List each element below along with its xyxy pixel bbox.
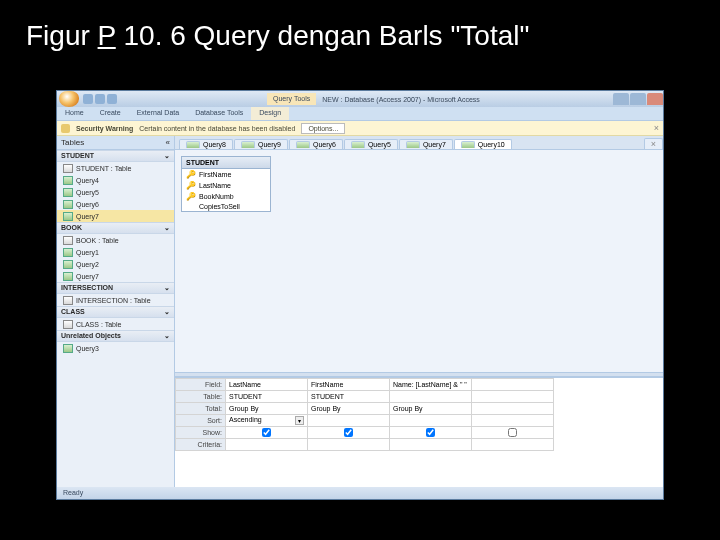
close-button[interactable] <box>647 93 663 105</box>
nav-group-header[interactable]: BOOK⌄ <box>57 222 174 234</box>
grid-cell[interactable] <box>472 415 554 427</box>
nav-item[interactable]: Query3 <box>57 342 174 354</box>
ribbon-tabs: Home Create External Data Database Tools… <box>57 107 663 121</box>
grid-cell[interactable] <box>472 427 554 439</box>
nav-item[interactable]: Query5 <box>57 186 174 198</box>
field-item[interactable]: 🔑BookNumb <box>182 191 270 202</box>
table-icon <box>63 296 73 305</box>
minimize-button[interactable] <box>613 93 629 105</box>
field-item[interactable]: 🔑LastName <box>182 180 270 191</box>
query-icon <box>63 188 73 197</box>
show-checkbox[interactable] <box>426 428 435 437</box>
nav-header[interactable]: Tables« <box>57 136 174 150</box>
grid-cell[interactable] <box>308 427 390 439</box>
dropdown-icon[interactable]: ▾ <box>295 416 304 425</box>
doc-tab[interactable]: Query10 <box>454 139 512 149</box>
tab-design[interactable]: Design <box>251 107 289 120</box>
window-title: NEW : Database (Access 2007) - Microsoft… <box>322 96 480 103</box>
doc-tab[interactable]: Query5 <box>344 139 398 149</box>
query-icon <box>63 200 73 209</box>
tab-create[interactable]: Create <box>92 107 129 120</box>
nav-group-header[interactable]: INTERSECTION⌄ <box>57 282 174 294</box>
grid-cell[interactable] <box>390 391 472 403</box>
tab-external-data[interactable]: External Data <box>129 107 187 120</box>
query-design-surface[interactable]: STUDENT 🔑FirstName🔑LastName🔑BookNumbCopi… <box>175 150 663 372</box>
nav-item-label: Query1 <box>76 249 99 256</box>
grid-row-label: Table: <box>176 391 226 403</box>
grid-cell[interactable]: STUDENT <box>226 391 308 403</box>
doc-tab[interactable]: Query9 <box>234 139 288 149</box>
grid-cell[interactable] <box>472 379 554 391</box>
security-warning-label: Security Warning <box>76 125 133 132</box>
grid-cell[interactable]: Ascending▾ <box>226 415 308 427</box>
table-field-list[interactable]: STUDENT 🔑FirstName🔑LastName🔑BookNumbCopi… <box>181 156 271 212</box>
query-icon <box>63 272 73 281</box>
nav-item[interactable]: Query7 <box>57 270 174 282</box>
quick-access-toolbar[interactable] <box>83 94 117 104</box>
field-item[interactable]: 🔑FirstName <box>182 169 270 180</box>
navigation-pane: Tables« STUDENT⌄STUDENT : TableQuery4Que… <box>57 136 175 487</box>
tab-home[interactable]: Home <box>57 107 92 120</box>
nav-item-label: Query5 <box>76 189 99 196</box>
nav-item[interactable]: BOOK : Table <box>57 234 174 246</box>
nav-group-header[interactable]: CLASS⌄ <box>57 306 174 318</box>
query-icon <box>186 141 200 148</box>
options-button[interactable]: Options... <box>301 123 345 134</box>
grid-row-label: Field: <box>176 379 226 391</box>
grid-cell[interactable]: Group By <box>390 403 472 415</box>
table-icon <box>63 320 73 329</box>
qbe-grid[interactable]: Field:LastNameFirstNameName: [LastName] … <box>175 377 663 487</box>
doc-tab[interactable]: Query8 <box>179 139 233 149</box>
nav-item-label: CLASS : Table <box>76 321 121 328</box>
grid-row-label: Total: <box>176 403 226 415</box>
nav-group-header[interactable]: Unrelated Objects⌄ <box>57 330 174 342</box>
grid-cell[interactable]: Name: [LastName] & " " <box>390 379 472 391</box>
tab-database-tools[interactable]: Database Tools <box>187 107 251 120</box>
grid-cell[interactable] <box>472 403 554 415</box>
nav-item[interactable]: INTERSECTION : Table <box>57 294 174 306</box>
grid-cell[interactable] <box>308 415 390 427</box>
grid-cell[interactable]: STUDENT <box>308 391 390 403</box>
show-checkbox[interactable] <box>344 428 353 437</box>
nav-item[interactable]: Query7 <box>57 210 174 222</box>
doc-tab[interactable]: Query6 <box>289 139 343 149</box>
grid-cell[interactable]: Group By <box>226 403 308 415</box>
show-checkbox[interactable] <box>508 428 517 437</box>
grid-row-label: Criteria: <box>176 439 226 451</box>
grid-cell[interactable] <box>390 427 472 439</box>
nav-item[interactable]: Query2 <box>57 258 174 270</box>
nav-item[interactable]: Query1 <box>57 246 174 258</box>
nav-item[interactable]: CLASS : Table <box>57 318 174 330</box>
grid-cell[interactable] <box>472 439 554 451</box>
maximize-button[interactable] <box>630 93 646 105</box>
grid-cell[interactable] <box>226 439 308 451</box>
query-icon <box>63 344 73 353</box>
status-bar: Ready <box>57 487 663 499</box>
nav-item-label: Query7 <box>76 273 99 280</box>
grid-cell[interactable] <box>390 439 472 451</box>
grid-cell[interactable] <box>308 439 390 451</box>
key-icon: 🔑 <box>186 192 196 201</box>
nav-item[interactable]: Query4 <box>57 174 174 186</box>
shield-icon <box>61 124 70 133</box>
grid-cell[interactable] <box>226 427 308 439</box>
field-item[interactable]: CopiesToSell <box>182 202 270 211</box>
show-checkbox[interactable] <box>262 428 271 437</box>
grid-cell[interactable]: FirstName <box>308 379 390 391</box>
doc-tab[interactable]: Query7 <box>399 139 453 149</box>
grid-row-label: Show: <box>176 427 226 439</box>
nav-item[interactable]: Query6 <box>57 198 174 210</box>
grid-cell[interactable]: Group By <box>308 403 390 415</box>
grid-cell[interactable] <box>472 391 554 403</box>
close-icon[interactable]: × <box>644 138 663 149</box>
grid-cell[interactable] <box>390 415 472 427</box>
office-button[interactable] <box>59 91 79 107</box>
close-icon[interactable]: × <box>654 123 659 133</box>
query-icon <box>296 141 310 148</box>
nav-group-header[interactable]: STUDENT⌄ <box>57 150 174 162</box>
nav-item-label: Query3 <box>76 345 99 352</box>
security-warning-msg: Certain content in the database has been… <box>139 125 295 132</box>
chevron-down-icon[interactable]: « <box>166 138 170 147</box>
nav-item[interactable]: STUDENT : Table <box>57 162 174 174</box>
grid-cell[interactable]: LastName <box>226 379 308 391</box>
